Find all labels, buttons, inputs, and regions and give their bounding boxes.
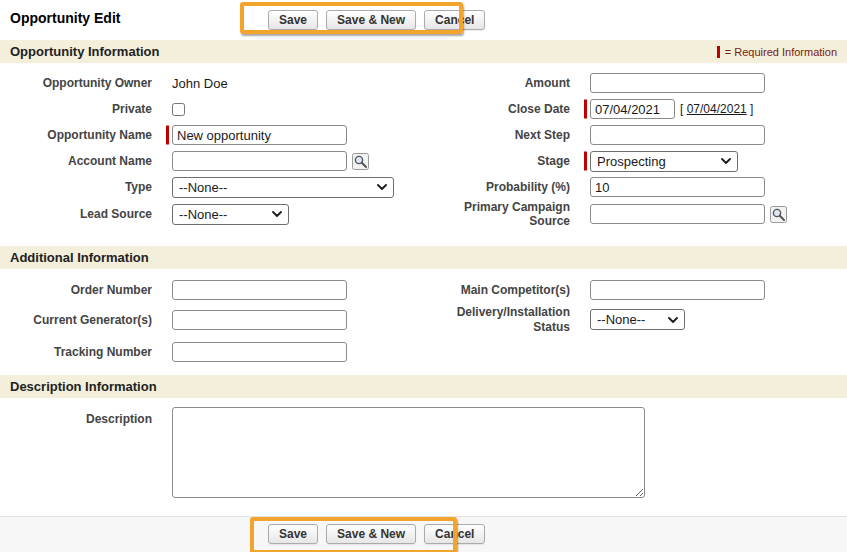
required-legend: = Required Information xyxy=(717,46,837,58)
description-label: Description xyxy=(0,407,160,426)
form-row: Type --None-- Probability (%) xyxy=(0,174,847,200)
amount-label: Amount xyxy=(428,76,578,90)
form-row: Description xyxy=(0,407,847,498)
section-header-description-information: Description Information xyxy=(0,375,847,398)
account-name-field[interactable] xyxy=(172,151,347,171)
additional-information-form: Order Number Main Competitor(s) Current … xyxy=(0,269,847,375)
chevron-down-icon xyxy=(721,158,731,164)
main-competitors-label: Main Competitor(s) xyxy=(428,283,578,297)
main-competitors-field[interactable] xyxy=(590,280,765,300)
required-marker-icon xyxy=(584,100,587,119)
current-generators-label: Current Generator(s) xyxy=(0,313,160,327)
amount-field[interactable] xyxy=(590,73,765,93)
close-date-label: Close Date xyxy=(428,102,578,116)
form-row: Current Generator(s) Delivery/Installati… xyxy=(0,303,847,337)
form-row: Lead Source --None-- Primary Campaign So… xyxy=(0,200,847,229)
lead-source-select[interactable]: --None-- xyxy=(172,204,289,225)
chevron-down-icon xyxy=(272,211,282,217)
opportunity-name-label: Opportunity Name xyxy=(0,128,160,142)
bottom-button-bar: Save Save & New Cancel xyxy=(0,516,847,552)
opportunity-owner-label: Opportunity Owner xyxy=(0,76,160,90)
required-marker-icon xyxy=(166,126,169,145)
close-date-field[interactable] xyxy=(590,99,675,119)
order-number-field[interactable] xyxy=(172,280,347,300)
chevron-down-icon xyxy=(668,317,678,323)
save-button[interactable]: Save xyxy=(268,524,318,544)
form-row: Order Number Main Competitor(s) xyxy=(0,277,847,303)
cancel-button[interactable]: Cancel xyxy=(424,10,485,30)
tracking-number-label: Tracking Number xyxy=(0,345,160,359)
top-button-bar: Save Save & New Cancel xyxy=(268,10,485,30)
bottom-buttons: Save Save & New Cancel xyxy=(268,524,485,544)
save-button[interactable]: Save xyxy=(268,10,318,30)
stage-label: Stage xyxy=(428,154,578,168)
page-title: Opportunity Edit xyxy=(10,10,120,26)
description-information-form: Description xyxy=(0,398,847,516)
current-generators-field[interactable] xyxy=(172,310,347,330)
required-legend-text: = Required Information xyxy=(725,46,837,58)
probability-label: Probability (%) xyxy=(428,180,578,194)
type-select[interactable]: --None-- xyxy=(172,177,394,198)
next-step-field[interactable] xyxy=(590,125,765,145)
close-date-today-link-wrap: [ 07/04/2021 ] xyxy=(680,102,753,116)
page-header: Opportunity Edit Save Save & New Cancel xyxy=(0,0,847,38)
save-and-new-button[interactable]: Save & New xyxy=(326,10,416,30)
chevron-down-icon xyxy=(377,184,387,190)
cancel-button[interactable]: Cancel xyxy=(424,524,485,544)
opportunity-owner-value: John Doe xyxy=(172,76,228,91)
form-row: Opportunity Name Next Step xyxy=(0,122,847,148)
campaign-lookup-magnifier-icon[interactable] xyxy=(770,206,787,223)
save-and-new-button[interactable]: Save & New xyxy=(326,524,416,544)
section-title: Opportunity Information xyxy=(10,44,159,59)
primary-campaign-source-field[interactable] xyxy=(590,204,765,224)
form-row: Account Name Stage Prospecting xyxy=(0,148,847,174)
required-marker-icon xyxy=(717,46,720,58)
close-date-today-link[interactable]: 07/04/2021 xyxy=(687,102,747,116)
stage-select[interactable]: Prospecting xyxy=(590,151,738,172)
form-row: Opportunity Owner John Doe Amount xyxy=(0,70,847,96)
form-row: Tracking Number xyxy=(0,337,847,367)
delivery-installation-status-label: Delivery/Installation Status xyxy=(428,305,578,334)
type-label: Type xyxy=(0,180,160,194)
form-row: Private Close Date [ 07/04/2021 ] xyxy=(0,96,847,122)
private-checkbox[interactable] xyxy=(172,103,185,116)
private-label: Private xyxy=(0,102,160,116)
required-marker-icon xyxy=(584,152,587,171)
lead-source-label: Lead Source xyxy=(0,207,160,221)
section-title: Description Information xyxy=(10,379,157,394)
probability-field[interactable] xyxy=(590,177,765,197)
opportunity-name-field[interactable] xyxy=(172,125,347,145)
account-name-label: Account Name xyxy=(0,154,160,168)
section-header-opportunity-information: Opportunity Information = Required Infor… xyxy=(0,40,847,63)
account-lookup-magnifier-icon[interactable] xyxy=(352,153,369,170)
section-header-additional-information: Additional Information xyxy=(0,246,847,269)
primary-campaign-source-label: Primary Campaign Source xyxy=(428,200,578,229)
section-title: Additional Information xyxy=(10,250,149,265)
description-textarea[interactable] xyxy=(172,407,645,498)
order-number-label: Order Number xyxy=(0,283,160,297)
delivery-installation-status-select[interactable]: --None-- xyxy=(590,309,685,330)
opportunity-information-form: Opportunity Owner John Doe Amount Privat… xyxy=(0,63,847,241)
tracking-number-field[interactable] xyxy=(172,342,347,362)
next-step-label: Next Step xyxy=(428,128,578,142)
